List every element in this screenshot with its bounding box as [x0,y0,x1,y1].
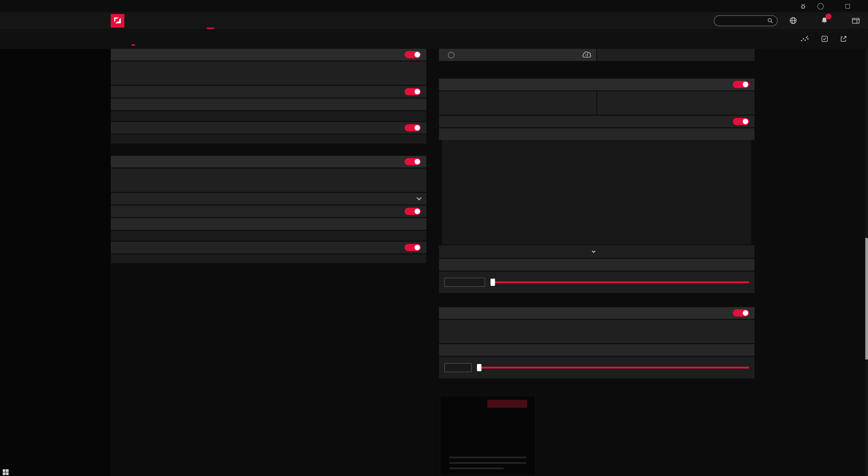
vram-voltage-toggle[interactable] [405,244,421,251]
navbar-actions [714,15,868,26]
scrollbar[interactable] [865,49,868,476]
gpu-clock-gauge-icon [116,68,128,80]
vram-panel-header [111,156,426,168]
slider-thumb[interactable] [491,279,495,286]
help-icon[interactable] [817,3,824,9]
temperature-gauge-icon [602,98,614,110]
nav-domicile[interactable] [160,12,174,29]
resizable-bar-row [439,49,754,61]
fan-enable-toggle[interactable] [733,81,749,88]
nav-performance[interactable] [203,12,217,29]
fan-advanced-row [439,115,754,127]
gpu-panel-header [111,49,426,61]
power-panel-header [439,307,754,319]
performance-subnav [0,29,868,49]
power-consumption-section [439,320,754,343]
power-tuning-panel [439,307,754,378]
vram-advanced-row [111,205,426,217]
slider-thumb[interactable] [477,364,482,371]
gpu-voltage-row [111,122,426,134]
fan-speed-gauge-icon [444,98,456,110]
gpu-frequency-header [111,98,426,110]
temperature-section [597,91,754,115]
precision-controls-row[interactable] [439,245,754,258]
resizable-bar-header [439,49,596,61]
scrollbar-thumb[interactable] [865,238,868,360]
notifications-bell-icon[interactable] [820,17,828,24]
fan-curve-svg[interactable] [442,140,751,244]
main-menu [160,12,217,29]
power-limit-header [439,344,754,356]
windows-taskbar-icon[interactable] [3,469,8,475]
power-gauge-icon [444,327,456,338]
bug-report-icon[interactable] [800,3,807,9]
gpu-voltage-toggle[interactable] [405,124,421,131]
tab-reglage[interactable] [127,29,140,49]
nav-jeux[interactable] [174,12,188,29]
acoustic-limit-value[interactable] [444,278,485,287]
vram-frequency-header [111,218,426,230]
fan-speed-section [439,91,596,115]
acoustic-limit-row [439,271,754,293]
search-box[interactable] [714,15,778,26]
desktop-background [0,49,111,476]
vram-voltage-row [111,242,426,253]
search-icon [767,18,774,24]
power-limit-slider[interactable] [477,364,749,372]
resizable-bar-value-cell [597,49,754,61]
titlebar [0,0,868,12]
vram-advanced-toggle[interactable] [405,208,421,215]
vram-clock-gauge-icon [116,175,128,187]
gpu-load-simulation-icon[interactable] [800,35,809,42]
amd-software-window [0,0,868,476]
nav-enregistrer-diffuser[interactable] [188,12,203,29]
acoustic-limit-header [439,259,754,271]
power-limit-row [439,357,754,378]
main-navbar [0,12,868,29]
content-area [0,49,868,476]
gpu-frequency-chart [111,111,426,121]
background-window-button [487,400,527,408]
vram-tuning-panel [111,156,426,263]
gpu-tuning-panel [111,49,426,144]
notification-badge [826,13,831,20]
chevron-down-icon [592,249,596,253]
fan-tuning-panel [439,78,754,293]
acoustic-limit-slider[interactable] [491,278,749,286]
window-controls [800,3,868,9]
gpu-enable-toggle[interactable] [405,51,421,58]
apply-checklist-icon[interactable] [821,35,828,42]
gpu-clock-section [111,61,426,85]
fan-panel-header [439,78,754,90]
fan-curve-chart[interactable] [442,140,751,244]
background-window [440,396,536,476]
smart-memory-icon [582,51,592,59]
overlay-panel-icon[interactable] [852,17,860,24]
export-share-icon[interactable] [840,35,847,42]
tab-advisors[interactable] [140,29,152,49]
gpu-advanced-row [111,86,426,98]
fan-advanced-toggle[interactable] [733,118,749,125]
amd-logo[interactable] [111,14,124,27]
subnav-actions [788,35,868,42]
vram-clock-section [111,168,426,192]
power-limit-value[interactable] [444,363,471,372]
vram-latency-row[interactable] [111,193,426,205]
vram-voltage-knobs [111,254,426,263]
maximize-icon[interactable] [845,4,850,8]
search-input[interactable] [718,18,767,23]
help-circle-icon[interactable] [448,52,454,58]
chevron-down-icon[interactable] [416,195,422,201]
vram-enable-toggle[interactable] [405,158,421,165]
gpu-voltage-knobs [111,135,426,144]
fan-chart-title [439,128,754,140]
power-enable-toggle[interactable] [733,309,749,316]
tab-mesures[interactable] [114,29,127,49]
vram-frequency-chart [111,231,426,241]
browser-globe-icon[interactable] [789,17,797,24]
gpu-advanced-toggle[interactable] [405,88,421,95]
